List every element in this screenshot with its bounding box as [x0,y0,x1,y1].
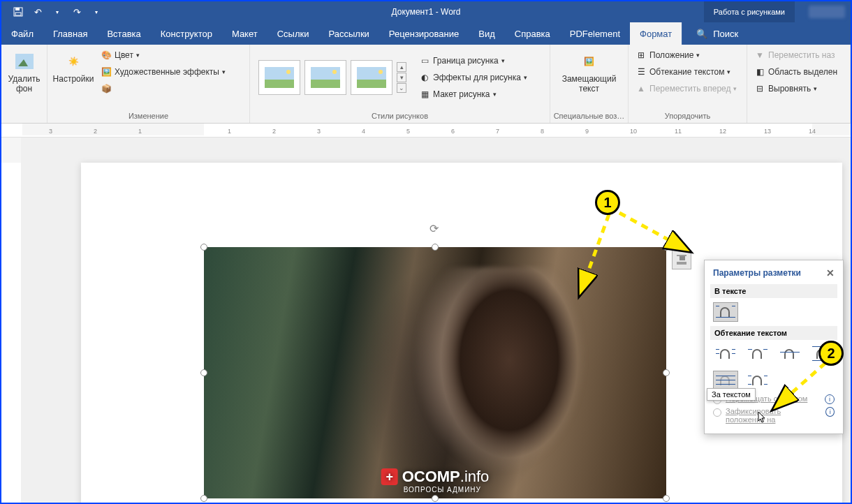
tab-layout[interactable]: Макет [222,22,267,45]
tab-insert[interactable]: Вставка [97,22,150,45]
style-option-3[interactable] [351,60,392,95]
section-inline-label: В тексте [710,284,837,298]
remove-background-button[interactable]: Удалить фон [6,47,43,96]
horizontal-ruler[interactable]: 3211234567891011121314 [1,124,851,138]
tab-mailings[interactable]: Рассылки [318,22,379,45]
style-option-2[interactable] [304,60,346,95]
tab-design[interactable]: Конструктор [151,22,222,45]
radio-fix-position[interactable]: Зафиксировать положение наi [713,407,835,424]
save-icon[interactable] [10,3,27,20]
resize-handle-rm[interactable] [663,369,670,376]
user-avatar[interactable] [809,6,845,18]
wrap-icon: ☰ [636,66,647,77]
tab-references[interactable]: Ссылки [267,22,319,45]
send-backward-button[interactable]: ▼Переместить наз [751,47,840,63]
group-accessibility-label: Специальные воз… [550,110,628,123]
callout-2: 2 [818,341,844,366]
picture-styles-gallery[interactable]: ▴▾⌄ [254,60,411,95]
palette-icon: 🎨 [101,50,112,61]
redo-icon[interactable]: ↷ [68,3,85,20]
tab-home[interactable]: Главная [43,22,97,45]
layout-panel-title: Параметры разметки [713,268,801,278]
vertical-ruler[interactable] [1,138,21,503]
tab-file[interactable]: Файл [1,22,43,45]
gallery-scroll[interactable]: ▴▾⌄ [397,62,406,93]
forward-icon: ▲ [636,83,647,94]
contextual-tab-label: Работа с рисунками [704,1,795,22]
wrap-through-option[interactable] [777,344,802,364]
layout-icon: ▦ [419,89,430,100]
align-button[interactable]: ⊟Выровнять▾ [751,81,840,96]
resize-handle-tr[interactable] [663,244,670,251]
plus-icon: + [381,468,398,485]
info-icon[interactable]: i [825,394,835,404]
picture-effects-button[interactable]: ◐Эффекты для рисунка▾ [416,70,530,85]
selection-pane-button[interactable]: ◧Область выделен [751,64,840,80]
close-icon[interactable]: ✕ [826,267,835,279]
effects-icon: 🖼️ [101,66,112,77]
watermark: + OCOMP.info ВОПРОСЫ АДМИНУ [381,468,490,486]
resize-handle-tl[interactable] [200,244,207,251]
resize-handle-lm[interactable] [200,369,207,376]
svg-rect-2 [15,13,21,15]
resize-handle-tm[interactable] [432,244,439,251]
tab-view[interactable]: Вид [469,22,505,45]
position-icon: ⊞ [636,50,647,61]
search-icon: 🔍 [696,29,707,39]
ribbon-tabs: Файл Главная Вставка Конструктор Макет С… [1,22,851,45]
ribbon: Удалить фон ☀️Настройки 🎨Цвет▾ 🖼️Художес… [1,45,851,124]
mouse-cursor-icon [757,411,767,424]
brightness-icon: ☀️ [62,50,85,73]
resize-handle-br[interactable] [663,495,670,502]
border-icon: ▭ [419,55,430,66]
search-placeholder: Поиск [713,29,738,39]
alt-text-icon: 🖼️ [578,50,601,73]
group-styles-label: Стили рисунков [250,110,550,123]
resize-handle-bm[interactable] [432,495,439,502]
color-button[interactable]: 🎨Цвет▾ [98,47,228,63]
picture-layout-button[interactable]: ▦Макет рисунка▾ [416,87,530,102]
svg-rect-4 [680,256,685,260]
undo-dropdown-icon[interactable]: ▾ [49,3,66,20]
wrap-square-option[interactable] [713,344,738,364]
style-option-1[interactable] [258,60,300,95]
artistic-effects-button[interactable]: 🖼️Художественные эффекты▾ [98,64,228,80]
compress-icon: 📦 [101,83,112,94]
bring-forward-button[interactable]: ▲Переместить вперед▾ [633,81,740,96]
photo-content: + OCOMP.info ВОПРОСЫ АДМИНУ [204,247,666,498]
layout-options-button[interactable] [672,250,691,269]
wrap-tight-option[interactable] [745,344,770,364]
align-icon: ⊟ [754,83,765,94]
wrap-front-option[interactable] [745,371,770,390]
tab-review[interactable]: Рецензирование [379,22,469,45]
inserted-picture[interactable]: + OCOMP.info ВОПРОСЫ АДМИНУ ⟳ [204,247,666,498]
tab-pdfelement[interactable]: PDFelement [560,22,630,45]
title-bar: ↶ ▾ ↷ ▾ Документ1 - Word Работа с рисунк… [1,1,851,22]
wrap-behind-option[interactable]: За текстом [713,371,738,390]
position-button[interactable]: ⊞Положение▾ [633,47,740,63]
group-adjust-label: Изменение [47,110,249,123]
svg-rect-1 [15,8,20,10]
tab-help[interactable]: Справка [505,22,560,45]
compress-button[interactable]: 📦 [98,81,228,96]
document-title: Документ1 - Word [391,7,460,17]
callout-1: 1 [595,190,620,215]
wrap-inline-option[interactable] [713,302,738,322]
corrections-button[interactable]: ☀️Настройки [52,47,95,87]
picture-border-button[interactable]: ▭Граница рисунка▾ [416,53,530,68]
resize-handle-bl[interactable] [200,495,207,502]
shadow-icon: ◐ [419,72,430,83]
section-wrap-label: Обтекание текстом [710,326,837,340]
selection-icon: ◧ [754,66,765,77]
backward-icon: ▼ [754,50,765,61]
group-arrange-label: Упорядочить [629,110,747,123]
info-icon[interactable]: i [825,407,835,417]
wrap-text-button[interactable]: ☰Обтекание текстом▾ [633,64,740,80]
qat-customize-icon[interactable]: ▾ [88,3,105,20]
alt-text-button[interactable]: 🖼️Замещающий текст [554,47,624,96]
rotate-handle[interactable]: ⟳ [429,222,441,233]
tab-format[interactable]: Формат [630,22,682,45]
search-box[interactable]: 🔍 Поиск [682,22,752,45]
undo-icon[interactable]: ↶ [29,3,46,20]
